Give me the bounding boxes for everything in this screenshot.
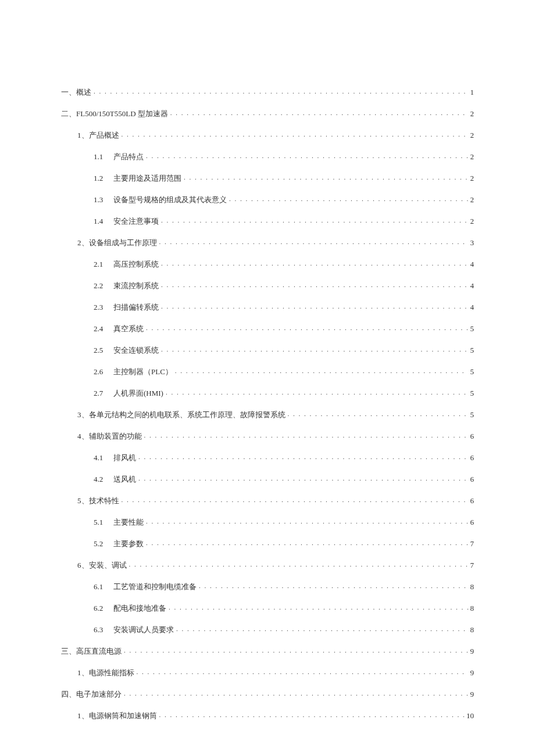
toc-entry[interactable]: 2.6主控制器（PLC）5 (61, 367, 474, 377)
toc-entry[interactable]: 6.1工艺管道和控制电缆准备8 (61, 582, 474, 592)
toc-entry-page: 6 (470, 518, 475, 527)
toc-entry-page: 6 (470, 496, 475, 506)
toc-entry-title: 设备型号规格的组成及其代表意义 (113, 195, 227, 204)
toc-entry[interactable]: 6.2配电和接地准备8 (61, 603, 474, 614)
toc-entry-title: 安全注意事项 (113, 217, 159, 225)
toc-entry-number: 4、 (77, 432, 89, 440)
toc-entry-label: 2.5安全连锁系统 (94, 345, 159, 356)
toc-entry[interactable]: 1、产品概述2 (61, 130, 474, 141)
toc-entry-label: 6.1工艺管道和控制电缆准备 (94, 582, 197, 592)
toc-entry[interactable]: 4.2送风机6 (61, 474, 474, 485)
toc-entry[interactable]: 2、设备组成与工作原理3 (61, 238, 474, 248)
toc-entry-title: 送风机 (113, 475, 136, 483)
toc-entry-title: 束流控制系统 (113, 281, 159, 290)
toc-entry-label: 2、设备组成与工作原理 (77, 238, 157, 248)
toc-entry-page: 7 (470, 539, 475, 549)
toc-entry-number: 5.1 (94, 518, 113, 527)
toc-entry-page: 3 (470, 238, 475, 248)
toc-leader-dots (146, 539, 468, 546)
toc-entry[interactable]: 二、FL500/150T550LD 型加速器2 (61, 109, 474, 119)
toc-entry[interactable]: 3、各单元结构之间的机电联系、系统工作原理、故障报警系统5 (61, 410, 474, 420)
toc-entry-label: 2.6主控制器（PLC） (94, 367, 173, 377)
toc-leader-dots (159, 238, 468, 245)
toc-entry[interactable]: 5.1主要性能6 (61, 517, 474, 528)
toc-entry[interactable]: 2.3扫描偏转系统4 (61, 302, 474, 313)
toc-entry-page: 4 (470, 281, 475, 291)
toc-entry-page: 9 (470, 690, 475, 699)
toc-entry-page: 8 (470, 582, 475, 592)
toc-entry[interactable]: 1.2主要用途及适用范围2 (61, 173, 474, 184)
toc-entry-label: 1、产品概述 (77, 130, 119, 141)
toc-entry[interactable]: 2.7人机界面(HMI)5 (61, 388, 474, 399)
toc-entry-title: 安全连锁系统 (113, 346, 159, 354)
toc-entry-page: 2 (470, 195, 475, 205)
toc-entry-label: 二、FL500/150T550LD 型加速器 (61, 109, 168, 119)
toc-entry-label: 1、电源钢筒和加速钢筒 (77, 711, 157, 721)
toc-entry-label: 2.3扫描偏转系统 (94, 302, 159, 313)
toc-entry[interactable]: 6、安装、调试7 (61, 560, 474, 571)
toc-entry[interactable]: 6.3安装调试人员要求8 (61, 625, 474, 635)
toc-entry-number: 2.4 (94, 324, 113, 334)
toc-entry[interactable]: 1.4安全注意事项2 (61, 216, 474, 227)
toc-entry[interactable]: 5.2主要参数7 (61, 539, 474, 549)
toc-entry-label: 5.2主要参数 (94, 539, 144, 549)
toc-entry-page: 5 (470, 367, 475, 377)
toc-entry[interactable]: 一、概述1 (61, 87, 474, 98)
toc-entry-page: 6 (470, 453, 475, 463)
toc-entry[interactable]: 4、辅助装置的功能6 (61, 431, 474, 442)
toc-entry[interactable]: 4.1排风机6 (61, 453, 474, 463)
toc-leader-dots (175, 367, 468, 374)
toc-entry-number: 2.7 (94, 389, 113, 398)
toc-entry-title: 各单元结构之间的机电联系、系统工作原理、故障报警系统 (89, 410, 286, 419)
toc-entry-number: 2、 (77, 238, 89, 247)
toc-leader-dots (161, 345, 468, 353)
toc-entry[interactable]: 1.1产品特点2 (61, 152, 474, 162)
toc-entry-title: 高压控制系统 (113, 260, 159, 268)
toc-entry-title: 电源性能指标 (89, 668, 134, 677)
toc-entry-label: 1、电源性能指标 (77, 668, 134, 678)
toc-entry[interactable]: 1、电源性能指标9 (61, 668, 474, 678)
toc-entry-label: 1.1产品特点 (94, 152, 144, 162)
toc-entry-number: 3、 (77, 410, 89, 419)
toc-leader-dots (122, 496, 468, 503)
toc-entry-label: 2.7人机界面(HMI) (94, 388, 163, 399)
toc-entry-number: 4.1 (94, 453, 113, 463)
toc-entry-title: 工艺管道和控制电缆准备 (113, 582, 197, 591)
toc-entry-number: 6.2 (94, 604, 113, 613)
toc-entry[interactable]: 2.2束流控制系统4 (61, 281, 474, 291)
toc-entry[interactable]: 四、电子加速部分9 (61, 689, 474, 700)
toc-entry-number: 2.6 (94, 367, 113, 377)
toc-leader-dots (170, 109, 468, 116)
toc-entry-page: 5 (470, 389, 475, 398)
toc-leader-dots (122, 130, 468, 138)
toc-leader-dots (124, 646, 468, 654)
toc-entry-label: 1.2主要用途及适用范围 (94, 173, 181, 184)
toc-entry-title: 电源钢筒和加速钢筒 (89, 711, 157, 720)
toc-leader-dots (129, 560, 468, 568)
toc-leader-dots (138, 474, 468, 482)
toc-entry-number: 二、 (61, 109, 76, 118)
toc-leader-dots (146, 152, 468, 159)
toc-leader-dots (176, 625, 468, 632)
toc-entry[interactable]: 5、技术特性6 (61, 496, 474, 506)
toc-entry[interactable]: 2.4真空系统5 (61, 324, 474, 334)
toc-entry-title: 主要用途及适用范围 (113, 174, 181, 182)
toc-entry[interactable]: 2.5安全连锁系统5 (61, 345, 474, 356)
toc-entry-title: 主要性能 (113, 518, 144, 526)
toc-entry-number: 6.3 (94, 625, 113, 635)
toc-entry-title: 技术特性 (89, 496, 119, 505)
toc-entry-label: 6.2配电和接地准备 (94, 603, 166, 614)
toc-entry-number: 4.2 (94, 475, 113, 484)
toc-leader-dots (161, 259, 468, 267)
toc-entry[interactable]: 1、电源钢筒和加速钢筒10 (61, 711, 474, 721)
toc-entry[interactable]: 2.1高压控制系统4 (61, 259, 474, 270)
toc-entry-page: 2 (470, 109, 475, 119)
toc-leader-dots (138, 453, 468, 460)
toc-entry-title: 主要参数 (113, 539, 144, 548)
toc-entry-number: 四、 (61, 690, 76, 698)
toc-entry[interactable]: 三、高压直流电源9 (61, 646, 474, 657)
toc-entry-page: 5 (470, 346, 475, 355)
toc-entry-title: 设备组成与工作原理 (89, 238, 157, 247)
toc-entry-number: 1.1 (94, 152, 113, 162)
toc-entry[interactable]: 1.3设备型号规格的组成及其代表意义2 (61, 195, 474, 205)
